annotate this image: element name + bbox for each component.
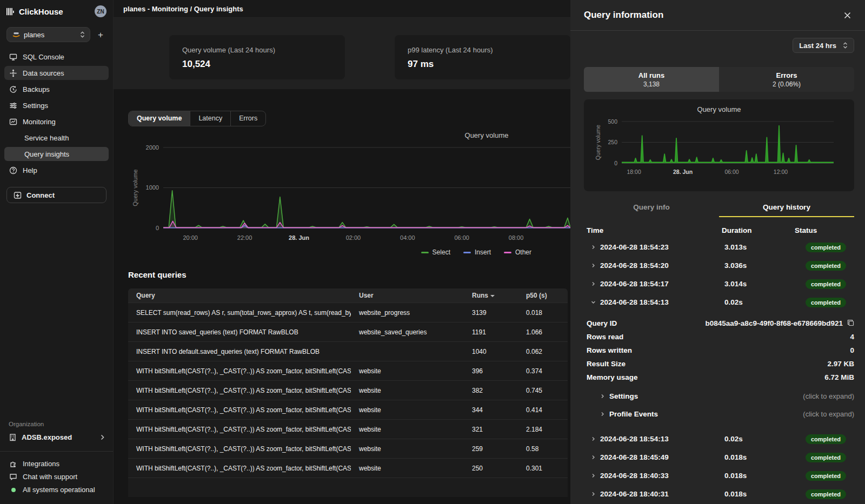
- sidebar-item-monitoring[interactable]: Monitoring: [4, 115, 109, 129]
- tab-query-info[interactable]: Query info: [584, 200, 719, 217]
- table-row[interactable]: INSERT INTO saved_queries (text) FORMAT …: [128, 322, 568, 341]
- query-cell: WITH bitShiftLeft(CAST(?..), _CAST(?..))…: [128, 406, 351, 414]
- organization-name: ADSB.exposed: [22, 433, 72, 441]
- legend-label: Other: [515, 248, 531, 256]
- expand-hint: (click to expand): [803, 392, 854, 400]
- detail-label: Memory usage: [587, 373, 638, 381]
- time-range-selector[interactable]: Last 24 hrs: [793, 38, 854, 53]
- select-updown-icon: [843, 42, 848, 49]
- history-row[interactable]: 2024-06-28 18:40:310.018scompleted: [584, 485, 854, 503]
- copy-icon[interactable]: [847, 319, 854, 328]
- add-service-button[interactable]: +: [95, 29, 107, 41]
- history-time-cell[interactable]: 2024-06-28 18:40:31: [584, 490, 719, 498]
- table-row[interactable]: [128, 478, 568, 497]
- tab-latency[interactable]: Latency: [190, 111, 231, 126]
- history-time-cell[interactable]: 2024-06-28 18:54:13: [584, 435, 719, 443]
- runs-cell: 321: [464, 426, 518, 433]
- connect-button[interactable]: Connect: [6, 187, 107, 203]
- history-row[interactable]: 2024-06-28 18:45:490.018scompleted: [584, 448, 854, 466]
- history-row[interactable]: 2024-06-28 18:54:130.02scompleted: [584, 429, 854, 448]
- history-row[interactable]: 2024-06-28 18:54:173.014scompleted: [584, 274, 854, 293]
- sidebar-item-help[interactable]: Help: [4, 163, 109, 177]
- user-cell: website: [351, 367, 464, 375]
- brand-row: ClickHouse ZN: [0, 0, 113, 22]
- user-cell: website: [351, 426, 464, 433]
- history-row[interactable]: 2024-06-28 18:54:233.013scompleted: [584, 238, 854, 256]
- data-sources-icon: [9, 69, 17, 77]
- sidebar-item-sql-console[interactable]: SQL Console: [4, 50, 109, 64]
- sidebar-footer: Integrations Chat with support All syste…: [0, 457, 113, 504]
- history-time: 2024-06-28 18:54:20: [600, 261, 669, 270]
- runs-cell: 259: [464, 445, 518, 453]
- organization-section: Organization ADSB.exposed: [0, 421, 113, 445]
- legend-item-other[interactable]: Other: [504, 248, 531, 256]
- detail-row-result-size: Result Size2.97 KB: [584, 357, 854, 371]
- svg-text:0: 0: [614, 160, 617, 166]
- history-time-cell[interactable]: 2024-06-28 18:40:33: [584, 472, 719, 480]
- svg-text:22:00: 22:00: [237, 234, 252, 241]
- table-row[interactable]: WITH bitShiftLeft(CAST(?..), _CAST(?..))…: [128, 458, 568, 478]
- p50-cell: 0.745: [518, 387, 568, 394]
- legend-item-insert[interactable]: Insert: [463, 248, 491, 256]
- avatar[interactable]: ZN: [95, 5, 107, 17]
- status-badge: completed: [806, 298, 846, 307]
- column-header-runs[interactable]: Runs: [464, 292, 518, 299]
- recent-queries-title: Recent queries: [128, 270, 570, 279]
- sidebar-item-settings[interactable]: Settings: [4, 98, 109, 112]
- detail-value-text: 0: [850, 346, 854, 354]
- stat-label: p99 latency (Last 24 hours): [408, 46, 557, 54]
- expandable-settings[interactable]: Settings(click to expand): [584, 387, 854, 405]
- table-row[interactable]: WITH bitShiftLeft(CAST(?..), _CAST(?..))…: [128, 361, 568, 380]
- legend-marker-icon: [421, 252, 429, 253]
- runs-cell: 382: [464, 387, 518, 394]
- table-row[interactable]: WITH bitShiftLeft(CAST(?..), _CAST(?..))…: [128, 439, 568, 458]
- sidebar-item-integrations[interactable]: Integrations: [4, 458, 109, 470]
- sidebar-item-service-health[interactable]: Service health: [4, 131, 109, 145]
- aws-icon: [12, 31, 20, 39]
- detail-value: 2.97 KB: [827, 360, 854, 368]
- legend-item-select[interactable]: Select: [421, 248, 450, 256]
- history-time-cell[interactable]: 2024-06-28 18:54:13: [584, 298, 719, 306]
- svg-text:250: 250: [608, 139, 617, 145]
- sidebar-item-backups[interactable]: Backups: [4, 82, 109, 96]
- sidebar-item-data-sources[interactable]: Data sources: [4, 66, 109, 80]
- table-row[interactable]: WITH bitShiftLeft(CAST(?..), _CAST(?..))…: [128, 400, 568, 419]
- history-time-cell[interactable]: 2024-06-28 18:54:17: [584, 280, 719, 288]
- history-row[interactable]: 2024-06-28 18:54:203.036scompleted: [584, 256, 854, 274]
- table-row[interactable]: WITH bitShiftLeft(CAST(?..), _CAST(?..))…: [128, 419, 568, 439]
- table-row[interactable]: SELECT sum(read_rows) AS r, sum(total_ro…: [128, 303, 568, 322]
- column-header-query[interactable]: Query: [128, 292, 351, 299]
- system-status[interactable]: All systems operational: [4, 483, 109, 496]
- status-badge: completed: [806, 471, 846, 481]
- column-header-p50-s-[interactable]: p50 (s): [518, 292, 568, 299]
- history-time-cell[interactable]: 2024-06-28 18:45:49: [584, 453, 719, 461]
- table-header-row: QueryUserRunsp50 (s): [128, 288, 568, 303]
- tab-errors[interactable]: Errors: [231, 111, 265, 126]
- history-duration: 0.02s: [719, 298, 792, 306]
- tab-query-history[interactable]: Query history: [719, 200, 854, 217]
- tab-query-volume[interactable]: Query volume: [129, 111, 190, 126]
- table-row[interactable]: WITH bitShiftLeft(CAST(?..), _CAST(?..))…: [128, 380, 568, 400]
- chevron-right-icon: [591, 263, 596, 268]
- expandable-profile-events[interactable]: Profile Events(click to expand): [584, 405, 854, 423]
- mini-chart-card: Query volume 025050018:0028. Jun06:0012:…: [584, 99, 854, 191]
- history-time-cell[interactable]: 2024-06-28 18:54:23: [584, 243, 719, 251]
- detail-value-text: 6.72 MiB: [824, 373, 854, 381]
- column-header-user[interactable]: User: [351, 292, 464, 299]
- stat-card-p99-latency: p99 latency (Last 24 hours) 97 ms: [395, 35, 570, 79]
- history-row[interactable]: 2024-06-28 18:40:330.018scompleted: [584, 466, 854, 485]
- sidebar-item-query-insights[interactable]: Query insights: [4, 147, 109, 161]
- errors-segment[interactable]: Errors 2 (0.06%): [719, 67, 854, 92]
- p50-cell: 1.066: [518, 328, 568, 336]
- close-icon[interactable]: [842, 10, 853, 21]
- console-icon: [9, 53, 17, 61]
- organization-selector[interactable]: ADSB.exposed: [4, 430, 109, 445]
- detail-label: Query ID: [587, 319, 617, 327]
- service-selector[interactable]: planes: [6, 27, 90, 42]
- table-row[interactable]: INSERT INTO default.saved_queries (text)…: [128, 341, 568, 361]
- history-time-cell[interactable]: 2024-06-28 18:54:20: [584, 261, 719, 270]
- sidebar-item-chat-support[interactable]: Chat with support: [4, 471, 109, 483]
- history-row[interactable]: 2024-06-28 18:54:130.02scompleted: [584, 293, 854, 311]
- query-cell: INSERT INTO default.saved_queries (text)…: [128, 348, 351, 355]
- all-runs-segment[interactable]: All runs 3,138: [584, 67, 719, 92]
